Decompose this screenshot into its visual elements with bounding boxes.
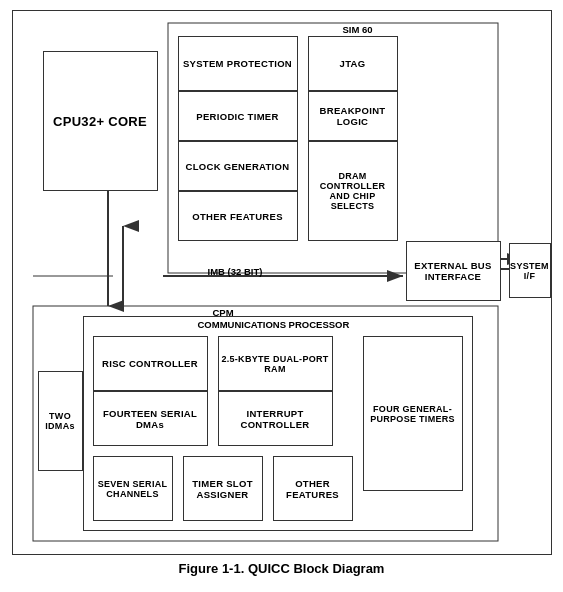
fourteen-serial-box: FOURTEEN SERIAL DMAs [93,391,208,446]
dram-controller-box: DRAM CONTROLLER AND CHIP SELECTS [308,141,398,241]
two-idmas-box: TWO IDMAs [38,371,83,471]
external-bus-box: EXTERNAL BUS INTERFACE [406,241,501,301]
diagram: SIM 60 CPM IMB (32 BIT) CPU32+ CORE SYST… [12,10,552,555]
sim60-label: SIM 60 [343,24,373,35]
comm-proc-label: COMMUNICATIONS PROCESSOR [198,319,350,330]
cpu32-core-box: CPU32+ CORE [43,51,158,191]
dual-port-ram-box: 2.5-KBYTE DUAL-PORT RAM [218,336,333,391]
clock-generation-box: CLOCK GENERATION [178,141,298,191]
system-if-box: SYSTEM I/F [509,243,551,298]
other-features-sim-box: OTHER FEATURES [178,191,298,241]
imb-label: IMB (32 BIT) [208,266,263,277]
jtag-box: JTAG [308,36,398,91]
other-features-cpm-box: OTHER FEATURES [273,456,353,521]
risc-controller-box: RISC CONTROLLER [93,336,208,391]
figure-caption: Figure 1-1. QUICC Block Diagram [179,561,385,576]
periodic-timer-box: PERIODIC TIMER [178,91,298,141]
breakpoint-logic-box: BREAKPOINT LOGIC [308,91,398,141]
four-timers-box: FOUR GENERAL- PURPOSE TIMERS [363,336,463,491]
system-protection-box: SYSTEM PROTECTION [178,36,298,91]
timer-slot-box: TIMER SLOT ASSIGNER [183,456,263,521]
interrupt-controller-box: INTERRUPT CONTROLLER [218,391,333,446]
seven-serial-box: SEVEN SERIAL CHANNELS [93,456,173,521]
